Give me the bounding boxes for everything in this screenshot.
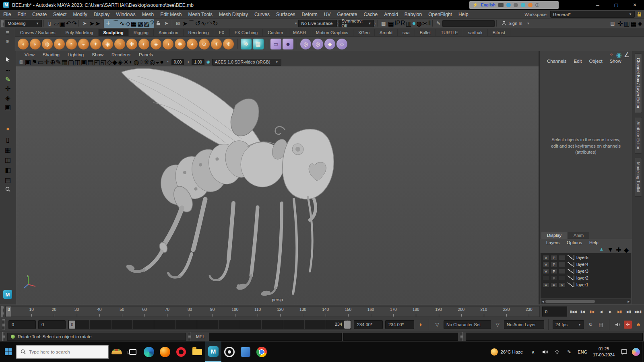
motion-blur-icon[interactable]: ◌: [140, 58, 144, 66]
gate-mask-icon[interactable]: ▣: [81, 58, 87, 66]
tool-settings-toggle-icon[interactable]: ✛: [617, 20, 623, 27]
scroll-left-icon[interactable]: ◀: [541, 300, 545, 303]
layer-display-type-toggle[interactable]: [559, 262, 566, 267]
create-empty-layer-icon[interactable]: ◆: [624, 246, 629, 252]
layer-name[interactable]: layer1: [576, 282, 588, 287]
playback-start-field[interactable]: 0: [38, 320, 66, 329]
snap-to-view-planes-icon[interactable]: ◇: [125, 20, 130, 27]
current-time-field[interactable]: 0: [542, 306, 567, 317]
character-set-selector[interactable]: No Character Set: [444, 320, 491, 329]
default-material-icon[interactable]: ●: [160, 58, 164, 66]
multisample-icon[interactable]: ※: [144, 58, 149, 66]
range-end-handle[interactable]: [344, 321, 351, 329]
layer-visibility-toggle[interactable]: V: [543, 269, 549, 274]
menu-deform[interactable]: Deform: [298, 10, 320, 19]
output-operations-icon[interactable]: ◠: [206, 20, 212, 27]
pivot-axis-icon[interactable]: ⊹: [609, 52, 614, 57]
menu-surfaces[interactable]: Surfaces: [273, 10, 298, 19]
smear-brush-icon[interactable]: ◕: [187, 39, 198, 49]
taskbar-weather[interactable]: 26°C Haze: [487, 348, 527, 356]
knife-brush-icon[interactable]: ✱: [175, 39, 186, 49]
sphere-copy-icon[interactable]: ◎: [312, 39, 323, 49]
shelf-tab-saa[interactable]: saa: [398, 29, 415, 36]
occlusion-icon[interactable]: ◍: [134, 58, 139, 66]
menu-display[interactable]: Display: [91, 10, 113, 19]
shelf-tab-fx[interactable]: FX: [214, 29, 230, 36]
viewport-panel[interactable]: ViewShadingLightingShowRendererPanels ▥▣…: [16, 51, 539, 304]
menu-curves[interactable]: Curves: [251, 10, 273, 19]
shelf-tab-rendering[interactable]: Rendering: [184, 29, 214, 36]
shadows-icon[interactable]: ◐: [129, 58, 133, 66]
layer-color-swatch[interactable]: [568, 282, 574, 287]
exposure-icon[interactable]: ◔: [164, 59, 171, 66]
pen-icon[interactable]: ✎: [563, 341, 575, 362]
film-gate-icon[interactable]: ▢: [68, 58, 74, 66]
taco-app-icon[interactable]: [109, 341, 125, 362]
notification-icon[interactable]: [618, 341, 630, 362]
layer-name[interactable]: layer4: [576, 262, 588, 267]
taskbar-clock[interactable]: 01:25 17-09-2024: [590, 346, 618, 357]
menu-create[interactable]: Create: [29, 10, 50, 19]
freeze-brush-icon[interactable]: ❋: [223, 39, 234, 49]
layer-playback-toggle[interactable]: P: [551, 255, 557, 260]
imprint-brush-icon[interactable]: ✚: [126, 39, 137, 49]
viewport-menu-lighting[interactable]: Lighting: [64, 51, 87, 58]
camera-attributes-icon[interactable]: ⚑: [31, 58, 37, 66]
image-plane-icon[interactable]: ✛: [44, 58, 50, 66]
lasso-tool-icon[interactable]: ∽: [5, 66, 10, 74]
sculpt-brush-icon[interactable]: ◖: [18, 39, 29, 49]
recorder-record-icon[interactable]: [528, 3, 533, 7]
zoom-tool-icon[interactable]: [5, 186, 10, 193]
shelf-tab-sarthak[interactable]: sarthak: [463, 29, 488, 36]
mel-language-toggle[interactable]: MEL: [194, 334, 208, 339]
shelf-tab-motion-graphics[interactable]: Motion Graphics: [311, 29, 353, 36]
amplify-brush-icon[interactable]: ☀: [211, 39, 222, 49]
shelf-tab-bullet[interactable]: Bullet: [415, 29, 436, 36]
symmetry-field[interactable]: Symmetry: Off▼: [339, 20, 374, 27]
fps-selector[interactable]: 24 fps▼: [553, 320, 584, 329]
layer-name[interactable]: layer2: [576, 276, 588, 280]
step-forward-key-button[interactable]: ▶▮: [615, 307, 624, 316]
task-view-icon[interactable]: [125, 341, 141, 362]
viewport-menu-renderer[interactable]: Renderer: [108, 51, 134, 58]
paint-select-tool-icon[interactable]: ✎: [5, 76, 10, 83]
numeric-input-field[interactable]: [442, 20, 495, 27]
maya-home-button[interactable]: M: [3, 290, 12, 299]
render-view-icon[interactable]: ▦: [380, 20, 388, 27]
channel-box-menu-channels[interactable]: Channels: [544, 58, 570, 65]
menu-help[interactable]: Help: [455, 10, 472, 19]
pane-split-layout-icon[interactable]: ◧: [5, 166, 11, 174]
viewport-canvas[interactable]: y persp: [16, 66, 539, 304]
menu-mesh-tools[interactable]: Mesh Tools: [185, 10, 216, 19]
menu-set-selector[interactable]: Modeling▼: [5, 20, 42, 27]
character-monitor-icon[interactable]: ▭: [270, 39, 281, 49]
shelf-tab-arnold[interactable]: Arnold: [375, 29, 398, 36]
shelf-tab-fx-caching[interactable]: FX Caching: [230, 29, 263, 36]
input-operations-icon[interactable]: ⌒: [188, 19, 194, 28]
relax-brush-icon[interactable]: ◍: [42, 39, 53, 49]
snap-to-curves-icon[interactable]: ⌒: [113, 19, 119, 28]
wax-brush-icon[interactable]: ◐: [138, 39, 149, 49]
command-feedback-field[interactable]: [466, 333, 643, 341]
command-input[interactable]: [209, 333, 342, 341]
start-button[interactable]: [0, 341, 16, 362]
menu-edit[interactable]: Edit: [14, 10, 29, 19]
snap-move-icon[interactable]: ✛: [104, 20, 112, 27]
show-desktop-button[interactable]: [642, 341, 644, 362]
gem-tool-icon[interactable]: ◆: [324, 39, 335, 49]
menu-arnold[interactable]: Arnold: [381, 10, 401, 19]
network-icon[interactable]: [551, 341, 563, 362]
layer-name[interactable]: layer3: [576, 269, 588, 274]
scrape-brush-icon[interactable]: ◈: [151, 39, 161, 49]
redo-icon[interactable]: ↷: [72, 20, 77, 27]
animation-end-field[interactable]: 234.00*: [385, 320, 414, 329]
camera-app-icon[interactable]: [221, 341, 237, 362]
sculpt-last-tool-icon[interactable]: ●: [2, 123, 14, 134]
workspace-selector[interactable]: General*▼: [550, 11, 635, 18]
shelf-menu-icon[interactable]: ≣: [4, 30, 11, 35]
gamma-icon[interactable]: ◑: [184, 59, 191, 66]
search-input[interactable]: [29, 350, 97, 354]
menu-select[interactable]: Select: [50, 10, 70, 19]
undo-icon[interactable]: ↶: [66, 20, 71, 27]
layer-menu-layers[interactable]: Layers: [543, 239, 563, 246]
